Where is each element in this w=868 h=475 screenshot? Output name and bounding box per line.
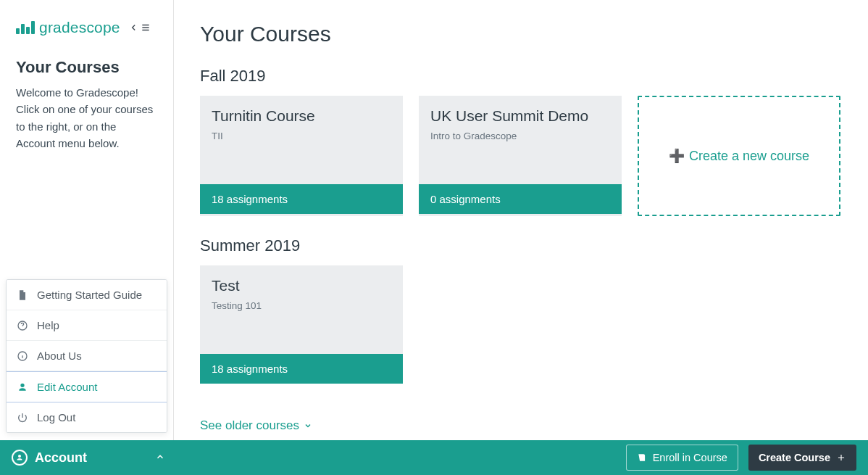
term-section: Fall 2019Turnitin CourseTII18 assignment…: [200, 67, 842, 216]
account-toggle[interactable]: Account: [12, 450, 185, 466]
book-icon: [637, 453, 647, 463]
account-menu-item-label: About Us: [37, 350, 82, 362]
term-section: Summer 2019TestTesting 10118 assignments: [200, 236, 842, 384]
account-menu-item[interactable]: Log Out: [7, 402, 167, 432]
account-avatar-icon: [12, 450, 28, 466]
logo-text: gradescope: [39, 19, 120, 36]
course-subtitle: Intro to Gradescope: [430, 131, 610, 141]
page-title: Your Courses: [200, 22, 842, 46]
course-card-grid: Turnitin CourseTII18 assignmentsUK User …: [200, 96, 842, 216]
term-heading: Summer 2019: [200, 236, 842, 255]
course-title: Turnitin Course: [212, 107, 391, 125]
bottom-bar: Account Enroll in Course Create Course: [0, 440, 868, 475]
sidebar: gradescope Your Courses Welcome to Grade…: [0, 0, 174, 475]
account-menu-item-label: Edit Account: [37, 381, 97, 393]
plus-icon: ➕: [669, 148, 685, 164]
create-new-course-card[interactable]: ➕Create a new course: [638, 96, 840, 216]
create-new-course-label: Create a new course: [689, 149, 809, 164]
power-icon: [17, 412, 28, 424]
course-card-body: Turnitin CourseTII: [200, 96, 403, 184]
course-assignments-count: 0 assignments: [419, 184, 622, 214]
term-heading: Fall 2019: [200, 67, 842, 86]
info-icon: [17, 350, 28, 362]
account-menu-item-label: Getting Started Guide: [37, 289, 142, 301]
course-card-body: UK User Summit DemoIntro to Gradescope: [419, 96, 622, 184]
enroll-label: Enroll in Course: [653, 452, 727, 463]
course-card-grid: TestTesting 10118 assignments: [200, 265, 842, 384]
chevron-down-icon: [304, 421, 312, 430]
course-assignments-count: 18 assignments: [200, 354, 403, 384]
logo-bars-icon: [16, 21, 35, 34]
collapse-sidebar-icon[interactable]: [129, 22, 151, 33]
see-older-courses-link[interactable]: See older courses: [200, 418, 312, 433]
course-card[interactable]: TestTesting 10118 assignments: [200, 265, 403, 384]
sidebar-description: Welcome to Gradescope! Click on one of y…: [16, 84, 157, 152]
account-menu: Getting Started GuideHelpAbout UsEdit Ac…: [6, 279, 167, 433]
account-menu-item[interactable]: Getting Started Guide: [7, 280, 167, 310]
user-icon: [17, 381, 28, 393]
sidebar-title: Your Courses: [16, 58, 157, 77]
course-card[interactable]: UK User Summit DemoIntro to Gradescope0 …: [419, 96, 622, 216]
file-icon: [17, 289, 28, 301]
create-course-label: Create Course: [759, 452, 830, 463]
account-menu-item[interactable]: Help: [7, 310, 167, 341]
enroll-in-course-button[interactable]: Enroll in Course: [626, 445, 738, 471]
course-title: UK User Summit Demo: [430, 107, 610, 125]
course-card-body: TestTesting 101: [200, 265, 403, 354]
chevron-up-icon: [155, 450, 165, 466]
main: Your Courses Fall 2019Turnitin CourseTII…: [174, 0, 868, 475]
account-toggle-label: Account: [35, 450, 87, 466]
bottom-bar-left: Account: [12, 450, 185, 466]
logo[interactable]: gradescope: [16, 19, 157, 36]
course-subtitle: Testing 101: [212, 300, 391, 311]
account-menu-item-label: Log Out: [37, 411, 75, 424]
create-course-button[interactable]: Create Course: [748, 445, 856, 471]
course-assignments-count: 18 assignments: [200, 184, 403, 214]
account-menu-item-label: Help: [37, 319, 59, 331]
sidebar-top: gradescope Your Courses Welcome to Grade…: [0, 0, 173, 160]
account-menu-item[interactable]: Edit Account: [7, 371, 167, 402]
help-icon: [17, 320, 28, 331]
course-title: Test: [212, 277, 391, 294]
plus-icon: [836, 453, 846, 463]
course-subtitle: TII: [212, 131, 391, 141]
bottom-bar-right: Enroll in Course Create Course: [626, 445, 856, 471]
older-courses-label: See older courses: [200, 418, 299, 433]
account-menu-item[interactable]: About Us: [7, 341, 167, 371]
course-card[interactable]: Turnitin CourseTII18 assignments: [200, 96, 403, 216]
